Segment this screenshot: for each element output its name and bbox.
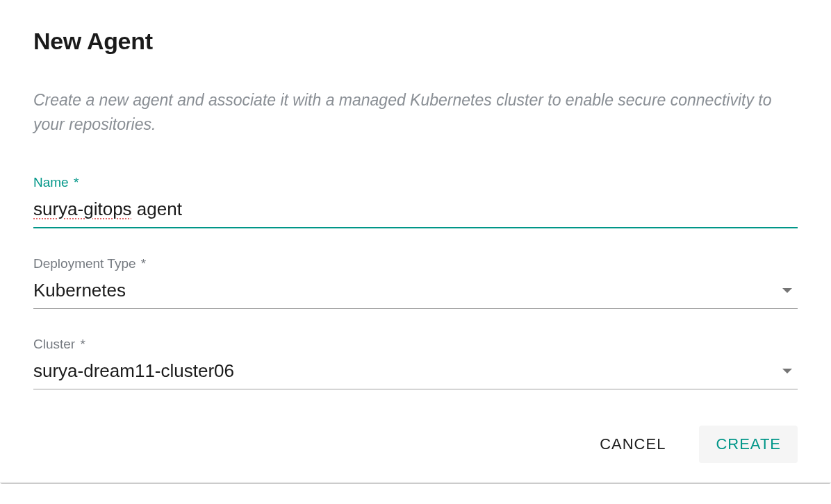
name-required-indicator: *: [74, 175, 79, 190]
cluster-label: Cluster *: [33, 337, 798, 352]
name-label-text: Name: [33, 175, 69, 190]
deployment-type-label-text: Deployment Type: [33, 256, 136, 271]
create-button[interactable]: CREATE: [699, 426, 798, 463]
name-field: Name * surya-gitops agent: [33, 175, 798, 228]
deployment-type-required-indicator: *: [141, 256, 146, 271]
deployment-type-select[interactable]: Kubernetes: [33, 277, 798, 309]
cluster-select[interactable]: surya-dream11-cluster06: [33, 358, 798, 389]
cancel-button[interactable]: CANCEL: [583, 426, 682, 463]
cluster-label-text: Cluster: [33, 337, 75, 351]
name-input[interactable]: surya-gitops agent: [33, 196, 798, 228]
cluster-required-indicator: *: [80, 337, 85, 351]
name-value-rest: agent: [132, 199, 182, 219]
dialog-actions: CANCEL CREATE: [33, 426, 798, 463]
dialog-description: Create a new agent and associate it with…: [33, 88, 798, 136]
chevron-down-icon: [782, 369, 792, 373]
deployment-type-field: Deployment Type * Kubernetes: [33, 256, 798, 309]
name-value-misspelled: surya-gitops: [33, 199, 132, 219]
deployment-type-value: Kubernetes: [33, 280, 126, 301]
dialog-shadow: [0, 482, 831, 484]
new-agent-dialog: New Agent Create a new agent and associa…: [0, 0, 831, 484]
cluster-field: Cluster * surya-dream11-cluster06: [33, 337, 798, 389]
dialog-title: New Agent: [33, 28, 798, 55]
cluster-value: surya-dream11-cluster06: [33, 360, 234, 382]
name-label: Name *: [33, 175, 798, 190]
deployment-type-label: Deployment Type *: [33, 256, 798, 271]
chevron-down-icon: [782, 288, 792, 293]
